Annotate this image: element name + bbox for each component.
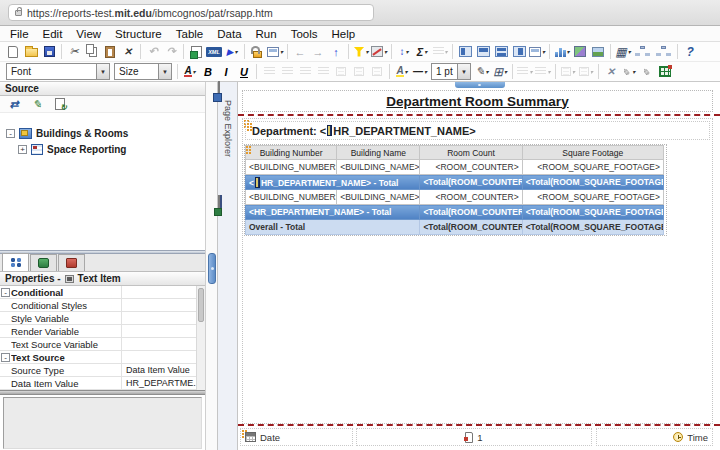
- page-explorer-tab[interactable]: Page Explorer: [223, 100, 233, 196]
- menu-edit[interactable]: Edit: [36, 26, 70, 42]
- footer-page-number-block[interactable]: 1: [356, 428, 592, 446]
- top-align-button[interactable]: [332, 63, 350, 81]
- dropdown-arrow-icon[interactable]: ▾: [590, 69, 593, 75]
- table-style-button[interactable]: [656, 63, 674, 81]
- property-row-conditional-styles[interactable]: Conditional Styles: [0, 299, 205, 312]
- department-text-block[interactable]: Department: <HR_DEPARTMENT_NAME>: [245, 121, 710, 140]
- dropdown-arrow-icon[interactable]: ▾: [406, 49, 409, 55]
- refresh-metadata-button[interactable]: ⇄: [5, 95, 23, 113]
- bold-button[interactable]: B: [199, 63, 217, 81]
- back-button[interactable]: ←: [291, 43, 309, 61]
- dropdown-arrow-icon[interactable]: ▾: [632, 69, 635, 75]
- property-value[interactable]: HR_DEPARTME...: [121, 377, 205, 389]
- help-button[interactable]: ?: [681, 43, 699, 61]
- insert-container-button[interactable]: ▾: [528, 43, 546, 61]
- dropdown-arrow-icon[interactable]: ▾: [529, 69, 532, 75]
- table-cell[interactable]: <BUILDING_NUMBER>: [246, 190, 337, 205]
- copy-button[interactable]: [83, 43, 101, 61]
- column-header[interactable]: Building Name: [337, 146, 420, 160]
- left-pane-scrollbar-thumb[interactable]: [208, 253, 216, 284]
- table-cell[interactable]: <ROOM_COUNTER>: [420, 190, 522, 205]
- menu-file[interactable]: File: [3, 26, 36, 42]
- reload-package-button[interactable]: [51, 95, 69, 113]
- overall-total-label-cell[interactable]: Overall - Total: [246, 220, 420, 235]
- suppress-button[interactable]: ▾: [370, 43, 388, 61]
- property-value[interactable]: [121, 325, 205, 337]
- border-color-button[interactable]: ✎▾: [473, 63, 491, 81]
- chevron-down-icon[interactable]: ▼: [96, 64, 109, 79]
- info-pane-splitter[interactable]: [0, 390, 205, 395]
- footer-time-block[interactable]: Time: [596, 428, 713, 446]
- lock-page-objects-button[interactable]: [248, 43, 266, 61]
- dropdown-arrow-icon[interactable]: ▾: [234, 49, 237, 55]
- dropdown-arrow-icon[interactable]: ▾: [445, 49, 448, 55]
- menu-run[interactable]: Run: [249, 26, 284, 42]
- tab-data-items[interactable]: [30, 254, 57, 271]
- dropdown-arrow-icon[interactable]: ▾: [486, 69, 489, 75]
- dropdown-arrow-icon[interactable]: ▾: [628, 49, 631, 55]
- dropdown-arrow-icon[interactable]: ▾: [405, 69, 408, 75]
- column-header[interactable]: Room Count: [420, 146, 522, 160]
- report-title-block[interactable]: Department Room Summary: [242, 90, 713, 112]
- dropdown-arrow-icon[interactable]: ▾: [193, 69, 196, 75]
- cut-button[interactable]: ✂: [65, 43, 83, 61]
- insert-table-button[interactable]: ▦▾: [614, 43, 632, 61]
- sort-button[interactable]: ↕▾: [395, 43, 413, 61]
- table-cell[interactable]: <BUILDING_NAME>: [337, 160, 420, 175]
- generated-xml-button[interactable]: XML: [205, 43, 223, 61]
- left-pane-scrollbar[interactable]: [206, 82, 218, 450]
- headers-footers-button[interactable]: [456, 43, 474, 61]
- table-cell[interactable]: <ROOM_SQUARE_FOOTAGE>: [522, 160, 663, 175]
- property-value[interactable]: [121, 299, 205, 311]
- save-report-button[interactable]: [40, 43, 58, 61]
- property-row-text-source-variable[interactable]: Text Source Variable: [0, 338, 205, 351]
- property-row-text-source[interactable]: -Text Source: [0, 351, 205, 364]
- clear-style-button[interactable]: ✕: [602, 63, 620, 81]
- conditional-style-button[interactable]: ▾: [559, 63, 577, 81]
- undo-button[interactable]: ↶: [144, 43, 162, 61]
- paste-button[interactable]: [101, 43, 119, 61]
- properties-scrollbar[interactable]: [196, 286, 205, 390]
- table-cell[interactable]: <BUILDING_NAME>: [337, 190, 420, 205]
- dropdown-arrow-icon[interactable]: ▾: [547, 69, 550, 75]
- align-left-button[interactable]: [260, 63, 278, 81]
- drag-grip-icon[interactable]: [247, 123, 252, 131]
- menu-help[interactable]: Help: [325, 26, 363, 42]
- report-structure-button[interactable]: [653, 43, 674, 61]
- insert-image-button[interactable]: [589, 43, 607, 61]
- filters-button[interactable]: ▾: [352, 43, 370, 61]
- section-button[interactable]: [492, 43, 510, 61]
- property-value[interactable]: [121, 286, 205, 298]
- run-report-button[interactable]: ▶▾: [223, 43, 241, 61]
- font-color-button[interactable]: A▾: [181, 63, 199, 81]
- page-structure-button[interactable]: [632, 43, 653, 61]
- group-total-label-cell[interactable]: <HR_DEPARTMENT_NAME> - Total: [246, 175, 420, 190]
- page-explorer-icon[interactable]: [218, 81, 220, 100]
- summarize-button[interactable]: Σ▾: [413, 43, 431, 61]
- insert-map-button[interactable]: [571, 43, 589, 61]
- property-value[interactable]: [121, 351, 205, 363]
- page-drag-handle[interactable]: [455, 82, 505, 88]
- dropdown-arrow-icon[interactable]: ▾: [366, 49, 369, 55]
- table-cell[interactable]: <Total(ROOM_COUNTER)>: [420, 220, 522, 235]
- property-value[interactable]: [121, 312, 205, 324]
- forward-button[interactable]: →: [309, 43, 327, 61]
- font-size-combo[interactable]: Size▼: [114, 63, 172, 80]
- tree-item-buildings-rooms[interactable]: -Buildings & Rooms: [0, 125, 205, 141]
- outdent-button[interactable]: ▾: [534, 63, 552, 81]
- group-total-label-cell[interactable]: <HR_DEPARTMENT_NAME> - Total: [246, 205, 420, 220]
- menu-table[interactable]: Table: [169, 26, 211, 42]
- dropdown-arrow-icon[interactable]: ▾: [384, 49, 387, 55]
- dropdown-arrow-icon[interactable]: ▾: [280, 49, 283, 55]
- validate-report-button[interactable]: [187, 43, 205, 61]
- dropdown-arrow-icon[interactable]: ▾: [424, 49, 427, 55]
- table-cell[interactable]: <Total(ROOM_SQUARE_FOOTAGE)>: [522, 175, 663, 190]
- property-row-render-variable[interactable]: Render Variable: [0, 325, 205, 338]
- redo-button[interactable]: ↷: [162, 43, 180, 61]
- line-style-button[interactable]: —▾: [411, 63, 429, 81]
- menu-data[interactable]: Data: [210, 26, 248, 42]
- drag-grip-icon[interactable]: [246, 146, 251, 154]
- tab-source[interactable]: [2, 253, 29, 271]
- apply-style-button[interactable]: ✎: [638, 63, 656, 81]
- property-row-source-type[interactable]: Source TypeData Item Value: [0, 364, 205, 377]
